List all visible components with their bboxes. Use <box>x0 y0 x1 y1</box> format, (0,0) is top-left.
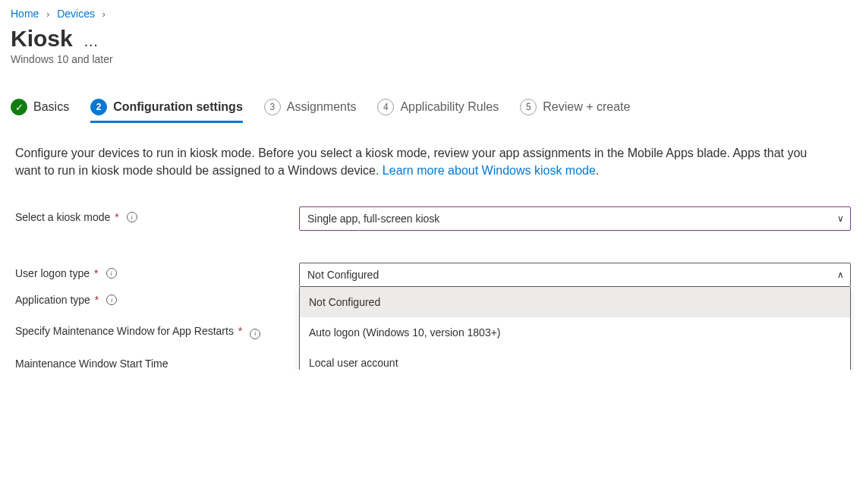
chevron-right-icon: › <box>102 9 105 20</box>
info-icon[interactable]: i <box>127 212 137 222</box>
select-user-logon-type[interactable]: Not Configured ∧ <box>299 263 851 287</box>
tab-label: Review + create <box>543 100 630 114</box>
chevron-down-icon: ∨ <box>837 213 844 224</box>
info-icon[interactable]: i <box>106 268 117 279</box>
label-user-logon-type: User logon type <box>15 267 90 279</box>
wizard-tabs: ✓ Basics 2 Configuration settings 3 Assi… <box>0 71 866 123</box>
step-number-icon: 5 <box>520 99 537 115</box>
dropdown-option[interactable]: Not Configured <box>300 287 850 317</box>
breadcrumb: Home › Devices › <box>0 0 866 23</box>
page-title: Kiosk <box>11 26 73 52</box>
page-header: Kiosk … Windows 10 and later <box>0 23 866 71</box>
select-kiosk-mode[interactable]: Single app, full-screen kiosk ∨ <box>299 206 851 231</box>
tab-basics[interactable]: ✓ Basics <box>11 99 69 123</box>
tab-assignments[interactable]: 3 Assignments <box>264 99 357 123</box>
more-actions-button[interactable]: … <box>83 33 100 50</box>
tab-label: Applicability Rules <box>400 100 499 114</box>
form-area: Select a kiosk mode * i Single app, full… <box>0 179 866 370</box>
step-number-icon: 4 <box>377 99 394 115</box>
breadcrumb-home[interactable]: Home <box>11 8 39 20</box>
breadcrumb-devices[interactable]: Devices <box>57 8 95 20</box>
select-value: Not Configured <box>307 269 379 281</box>
tab-label: Assignments <box>287 100 357 114</box>
check-icon: ✓ <box>11 99 27 115</box>
required-indicator: * <box>94 267 98 279</box>
dropdown-user-logon-type: Not Configured Auto logon (Windows 10, v… <box>299 287 851 370</box>
select-value: Single app, full-screen kiosk <box>307 213 439 225</box>
dropdown-option[interactable]: Local user account <box>300 348 850 370</box>
chevron-up-icon: ∧ <box>837 269 844 280</box>
learn-more-link[interactable]: Learn more about Windows kiosk mode <box>383 164 596 177</box>
tab-label: Basics <box>33 100 69 114</box>
step-number-icon: 2 <box>90 99 107 115</box>
chevron-right-icon: › <box>46 9 49 20</box>
label-kiosk-mode: Select a kiosk mode <box>15 211 110 223</box>
tab-label: Configuration settings <box>113 100 243 114</box>
tab-configuration-settings[interactable]: 2 Configuration settings <box>90 99 243 123</box>
dropdown-option[interactable]: Auto logon (Windows 10, version 1803+) <box>300 317 850 348</box>
description-text: Configure your devices to run in kiosk m… <box>0 123 835 179</box>
page-subtitle: Windows 10 and later <box>11 53 855 65</box>
step-number-icon: 3 <box>264 99 281 115</box>
tab-applicability-rules[interactable]: 4 Applicability Rules <box>377 99 499 123</box>
required-indicator: * <box>115 211 118 223</box>
tab-review-create[interactable]: 5 Review + create <box>520 99 630 123</box>
